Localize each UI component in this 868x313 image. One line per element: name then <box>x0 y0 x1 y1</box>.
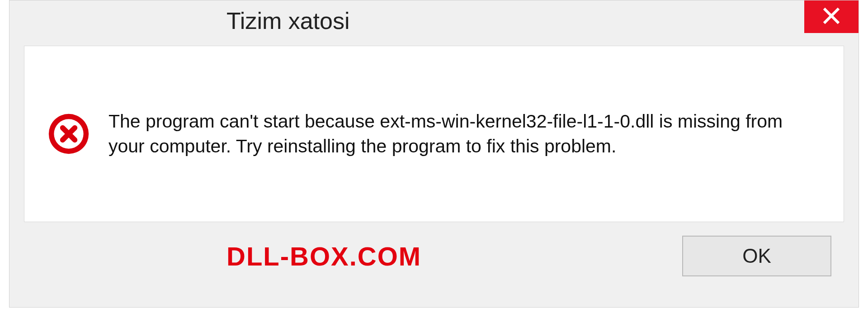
close-button[interactable] <box>804 0 859 33</box>
dialog-footer: DLL-BOX.COM OK <box>9 222 859 276</box>
content-panel: The program can't start because ext-ms-w… <box>24 46 844 222</box>
titlebar: Tizim xatosi <box>9 0 859 41</box>
error-icon <box>47 112 90 156</box>
dialog-title: Tizim xatosi <box>226 7 350 34</box>
close-icon <box>822 7 840 27</box>
ok-button[interactable]: OK <box>682 236 831 276</box>
watermark-text: DLL-BOX.COM <box>226 241 421 271</box>
ok-button-label: OK <box>742 245 771 267</box>
error-dialog: Tizim xatosi The program can't start bec… <box>9 0 859 308</box>
error-message: The program can't start because ext-ms-w… <box>108 109 821 159</box>
